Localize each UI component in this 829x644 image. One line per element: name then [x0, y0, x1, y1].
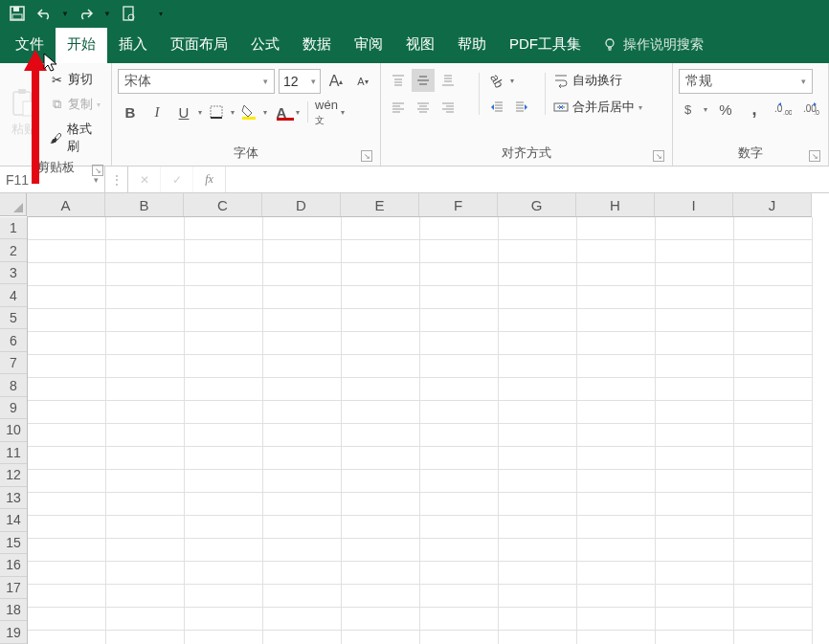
cell[interactable]: [499, 424, 577, 447]
cell[interactable]: [342, 332, 420, 355]
cell[interactable]: [342, 470, 420, 493]
cell[interactable]: [656, 516, 734, 539]
fill-color-button[interactable]: [236, 100, 261, 124]
cell[interactable]: [499, 355, 577, 378]
format-painter-button[interactable]: 🖌 格式刷: [45, 119, 105, 157]
cell[interactable]: [185, 309, 263, 332]
tab-file[interactable]: 文件: [4, 28, 56, 63]
shrink-font-button[interactable]: A▾: [351, 70, 374, 93]
formula-bar-handle[interactable]: ⋮: [105, 167, 128, 192]
cell[interactable]: [106, 631, 185, 644]
cell[interactable]: [342, 263, 420, 286]
cell[interactable]: [106, 378, 185, 401]
cell[interactable]: [28, 378, 106, 401]
cell[interactable]: [106, 424, 185, 447]
cell[interactable]: [656, 447, 734, 470]
tab-insert[interactable]: 插入: [107, 28, 159, 63]
row-header[interactable]: 6: [0, 329, 27, 351]
cell[interactable]: [499, 286, 577, 309]
cell[interactable]: [420, 286, 499, 309]
italic-button[interactable]: I: [145, 100, 169, 124]
tab-page-layout[interactable]: 页面布局: [159, 28, 239, 63]
cell[interactable]: [263, 401, 342, 424]
tab-help[interactable]: 帮助: [446, 28, 498, 63]
font-name-select[interactable]: 宋体 ▾: [118, 69, 275, 94]
cell[interactable]: [185, 240, 263, 263]
cell[interactable]: [342, 217, 420, 240]
tab-home[interactable]: 开始: [56, 28, 107, 63]
cell[interactable]: [499, 217, 577, 240]
clipboard-launcher[interactable]: ↘: [92, 165, 103, 176]
cell[interactable]: [734, 332, 813, 355]
cell[interactable]: [185, 585, 263, 608]
cell[interactable]: [185, 447, 263, 470]
cell[interactable]: [28, 447, 106, 470]
cell[interactable]: [656, 470, 734, 493]
percent-button[interactable]: %: [715, 98, 736, 121]
cell[interactable]: [106, 309, 185, 332]
cell[interactable]: [263, 447, 342, 470]
cell[interactable]: [106, 562, 185, 585]
cell[interactable]: [263, 493, 342, 516]
cell[interactable]: [263, 424, 342, 447]
cell[interactable]: [28, 286, 106, 309]
cell[interactable]: [656, 539, 734, 562]
col-header[interactable]: A: [27, 193, 105, 216]
cell[interactable]: [28, 401, 106, 424]
col-header[interactable]: C: [184, 193, 262, 216]
row-header[interactable]: 10: [0, 419, 27, 441]
cell[interactable]: [734, 263, 813, 286]
cell[interactable]: [420, 447, 499, 470]
cell[interactable]: [263, 240, 342, 263]
cell[interactable]: [577, 562, 656, 585]
cell[interactable]: [577, 608, 656, 631]
cell[interactable]: [420, 217, 499, 240]
cell[interactable]: [106, 608, 185, 631]
cell[interactable]: [185, 355, 263, 378]
print-preview-button[interactable]: [119, 4, 138, 23]
cell[interactable]: [577, 447, 656, 470]
cell[interactable]: [106, 493, 185, 516]
cell[interactable]: [734, 286, 813, 309]
cell[interactable]: [420, 355, 499, 378]
cell[interactable]: [420, 309, 499, 332]
cell[interactable]: [263, 631, 342, 644]
cell[interactable]: [342, 585, 420, 608]
cell[interactable]: [342, 286, 420, 309]
cell[interactable]: [577, 631, 656, 644]
cell[interactable]: [342, 378, 420, 401]
row-header[interactable]: 2: [0, 239, 27, 261]
cell[interactable]: [499, 516, 577, 539]
underline-dropdown[interactable]: ▾: [196, 108, 202, 117]
tab-formula[interactable]: 公式: [239, 28, 291, 63]
row-header[interactable]: 14: [0, 509, 27, 531]
cell[interactable]: [263, 562, 342, 585]
cell[interactable]: [420, 516, 499, 539]
cell[interactable]: [734, 355, 813, 378]
col-header[interactable]: G: [498, 193, 576, 216]
cell[interactable]: [420, 332, 499, 355]
cell[interactable]: [28, 516, 106, 539]
increase-decimal-button[interactable]: .0.00: [773, 98, 794, 121]
tab-view[interactable]: 视图: [394, 28, 446, 63]
cell[interactable]: [263, 378, 342, 401]
cell[interactable]: [342, 424, 420, 447]
row-header[interactable]: 9: [0, 397, 27, 419]
cell[interactable]: [499, 240, 577, 263]
cell[interactable]: [106, 539, 185, 562]
cell[interactable]: [342, 562, 420, 585]
col-header[interactable]: H: [576, 193, 655, 216]
orientation-dropdown[interactable]: ▾: [508, 77, 514, 85]
redo-button[interactable]: [77, 4, 96, 23]
cell[interactable]: [28, 562, 106, 585]
cell[interactable]: [499, 470, 577, 493]
row-header[interactable]: 11: [0, 442, 27, 464]
align-top-button[interactable]: [387, 69, 410, 92]
row-header[interactable]: 4: [0, 284, 27, 306]
cell[interactable]: [577, 424, 656, 447]
col-header[interactable]: F: [419, 193, 498, 216]
cell[interactable]: [263, 608, 342, 631]
cell[interactable]: [420, 562, 499, 585]
cell[interactable]: [28, 309, 106, 332]
cell[interactable]: [28, 470, 106, 493]
